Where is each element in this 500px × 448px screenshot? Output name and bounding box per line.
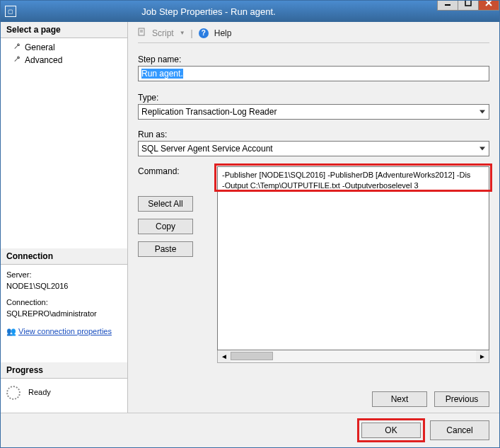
command-hscrollbar[interactable]: ◄ ► [217, 350, 489, 363]
copy-button[interactable]: Copy [138, 219, 193, 234]
command-textarea[interactable]: -Publisher [NODE1\SQL2016] -PublisherDB … [217, 166, 489, 350]
titlebar: ▢ Job Step Properties - Run agent. [1, 1, 499, 22]
next-button[interactable]: Next [372, 391, 427, 407]
connection-label: Connection: [6, 297, 122, 309]
command-label: Command: [138, 166, 209, 176]
window-title: Job Step Properties - Run agent. [22, 6, 438, 17]
dialog-footer: OK Cancel [1, 413, 499, 447]
svg-rect-1 [465, 0, 471, 6]
select-page-header: Select a page [1, 22, 127, 38]
wrench-icon [13, 55, 22, 65]
scroll-thumb[interactable] [231, 352, 273, 360]
page-general-label: General [25, 42, 55, 52]
wrench-icon [13, 42, 22, 52]
close-button[interactable] [478, 0, 499, 11]
sidebar: Select a page General Advanced Connectio… [1, 22, 128, 413]
page-advanced-label: Advanced [25, 55, 62, 65]
page-advanced[interactable]: Advanced [1, 54, 127, 67]
toolbar-separator: | [191, 28, 193, 38]
main-panel: Script ▼ | ? Help Step name: Run agent. … [128, 22, 499, 413]
step-name-label: Step name: [138, 54, 489, 64]
toolbar: Script ▼ | ? Help [138, 28, 489, 43]
progress-spinner-icon [6, 386, 21, 400]
progress-status: Ready [28, 388, 51, 396]
run-as-select[interactable]: SQL Server Agent Service Account [138, 141, 489, 156]
progress-header: Progress [1, 362, 127, 379]
view-connection-props-link[interactable]: View connection properties [18, 327, 112, 335]
script-dropdown-icon[interactable]: ▼ [180, 30, 185, 36]
run-as-label: Run as: [138, 130, 489, 139]
help-icon: ? [199, 28, 209, 38]
type-select[interactable]: Replication Transaction-Log Reader [138, 104, 489, 120]
script-button[interactable]: Script [152, 28, 174, 38]
previous-button[interactable]: Previous [434, 391, 489, 407]
scroll-left-icon[interactable]: ◄ [218, 350, 231, 362]
select-all-button[interactable]: Select All [138, 196, 193, 212]
connection-value: SQLREPRO\administrator [6, 308, 122, 320]
maximize-button[interactable] [458, 0, 479, 11]
cancel-button[interactable]: Cancel [430, 420, 489, 440]
help-button[interactable]: Help [214, 28, 232, 38]
scroll-right-icon[interactable]: ► [476, 350, 489, 362]
ok-highlight-box: OK [359, 420, 423, 440]
server-value: NODE1\SQL2016 [6, 280, 122, 292]
step-name-input[interactable]: Run agent. [138, 66, 489, 81]
type-label: Type: [138, 93, 489, 103]
server-label: Server: [6, 269, 122, 281]
system-menu-icon[interactable]: ▢ [5, 6, 16, 17]
script-icon [138, 28, 146, 38]
paste-button[interactable]: Paste [138, 241, 193, 257]
connection-info: Server: NODE1\SQL2016 Connection: SQLREP… [1, 265, 127, 342]
network-icon: 👥 [6, 327, 16, 335]
page-general[interactable]: General [1, 41, 127, 54]
ok-button[interactable]: OK [361, 423, 421, 438]
connection-header: Connection [1, 248, 127, 265]
minimize-button[interactable] [437, 0, 458, 11]
